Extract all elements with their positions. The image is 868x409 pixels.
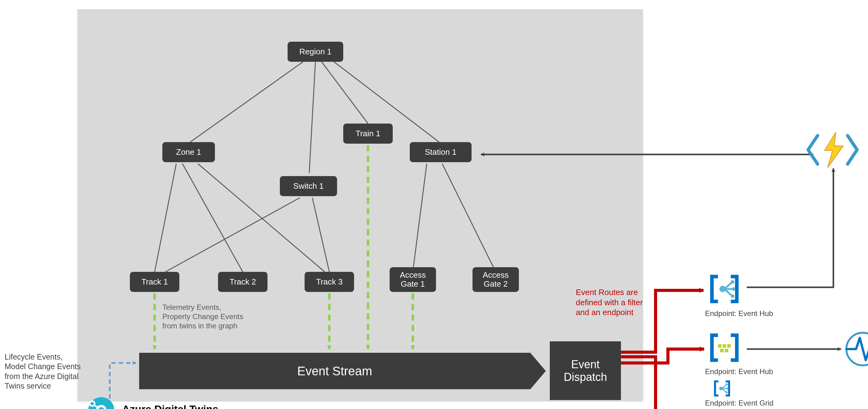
azure-functions-icon [806,130,860,170]
label-azure-digital-twins: Azure Digital Twins [122,403,218,409]
svg-marker-45 [825,132,843,167]
node-region-1: Region 1 [287,42,343,62]
svg-point-30 [731,280,735,284]
label-event-routes: Event Routes are defined with a filter a… [576,287,643,317]
pulse-icon [844,331,868,368]
svg-rect-36 [720,349,724,352]
event-dispatch-box: Event Dispatch [550,341,621,400]
label-lifecycle: Lifecycle Events, Model Change Events fr… [5,352,81,391]
svg-point-32 [731,295,735,298]
label-telemetry: Telemetry Events, Property Change Events… [162,303,243,331]
event-stream-bar: Event Stream [139,353,530,389]
svg-point-43 [726,387,728,389]
node-train-1: Train 1 [343,124,393,144]
svg-rect-35 [727,344,731,348]
node-track-2: Track 2 [218,272,268,292]
label-endpoint-event-hub-2: Endpoint: Event Hub [705,367,773,376]
svg-point-41 [719,387,723,390]
svg-rect-37 [725,349,728,352]
svg-point-42 [726,383,728,385]
label-endpoint-event-grid: Endpoint: Event Grid [705,399,773,408]
node-track-3: Track 3 [305,272,354,292]
event-grid-icon [707,378,738,399]
node-access-gate-1: Access Gate 1 [390,267,436,292]
svg-point-44 [726,391,728,394]
node-track-1: Track 1 [130,272,179,292]
svg-point-31 [732,287,736,291]
node-access-gate-2: Access Gate 2 [472,267,519,292]
azure-digital-twins-icon [85,394,118,409]
svg-rect-34 [723,344,726,348]
event-hub-queue-icon [707,330,742,366]
event-hub-icon [707,271,742,307]
svg-point-21 [91,402,94,405]
node-station-1: Station 1 [410,142,472,162]
node-switch-1: Switch 1 [280,176,337,196]
node-zone-1: Zone 1 [162,142,215,162]
label-endpoint-event-hub-1: Endpoint: Event Hub [705,309,773,318]
svg-point-29 [719,286,726,292]
svg-rect-33 [718,344,722,348]
